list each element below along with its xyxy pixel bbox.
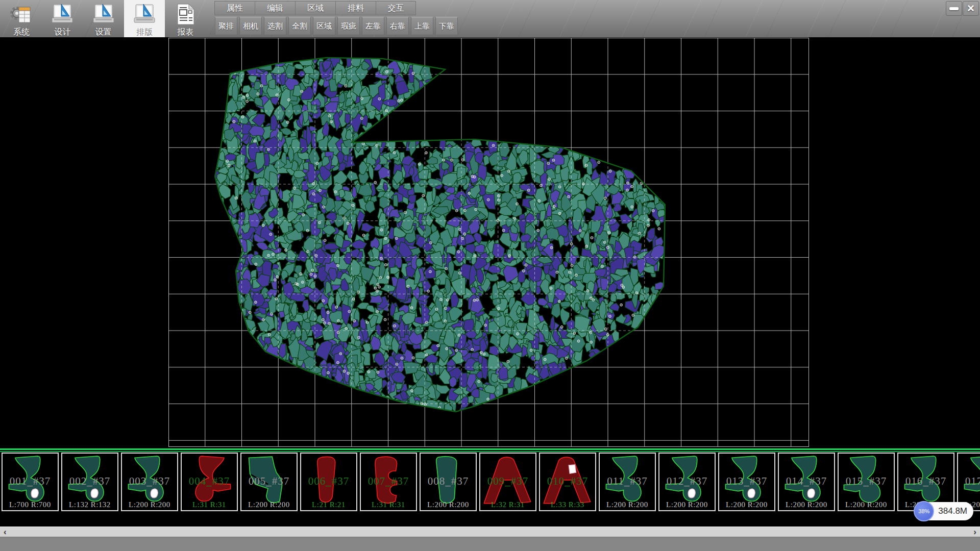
part-thumbnail-009_#37[interactable]: 009_#37L:32 R:31 bbox=[479, 453, 536, 511]
status-bar bbox=[0, 537, 980, 551]
part-shape bbox=[780, 455, 833, 509]
part-shape bbox=[362, 455, 415, 509]
app-tab-设置[interactable]: 设置 bbox=[83, 0, 124, 37]
close-icon: ✕ bbox=[967, 3, 975, 14]
part-shape bbox=[4, 455, 57, 509]
part-shape bbox=[840, 455, 893, 509]
app-tab-设计[interactable]: 设计 bbox=[42, 0, 83, 37]
strip-top-divider bbox=[0, 448, 980, 452]
part-shape bbox=[242, 455, 296, 509]
nesting-canvas[interactable] bbox=[0, 37, 980, 448]
part-thumbnail-002_#37[interactable]: 002_#37L:132 R:132 bbox=[61, 453, 118, 511]
report-doc-icon bbox=[173, 3, 198, 27]
app-tab-系统[interactable]: 系统 bbox=[1, 0, 42, 37]
menu-tab-交互[interactable]: 交互 bbox=[376, 1, 416, 15]
part-shape bbox=[660, 455, 714, 509]
part-shape bbox=[601, 455, 654, 509]
tool-button-左靠[interactable]: 左靠 bbox=[362, 17, 384, 35]
part-thumbnail-015_#37[interactable]: 015_#37L:200 R:200 bbox=[838, 453, 895, 511]
design-ruler-icon bbox=[50, 3, 75, 27]
part-thumbnail-012_#37[interactable]: 012_#37L:200 R:200 bbox=[658, 453, 716, 511]
tool-button-上靠[interactable]: 上靠 bbox=[411, 17, 433, 35]
tool-button-聚排[interactable]: 聚排 bbox=[215, 17, 237, 35]
part-shape bbox=[123, 455, 176, 509]
part-shape bbox=[541, 455, 594, 509]
app-tab-排版[interactable]: 排版 bbox=[124, 0, 165, 37]
part-thumbnail-008_#37[interactable]: 008_#37L:200 R:200 bbox=[420, 453, 477, 511]
menu-tab-排料[interactable]: 排料 bbox=[335, 1, 376, 15]
scroll-right-icon[interactable]: › bbox=[973, 527, 976, 537]
part-shape bbox=[63, 455, 116, 509]
parts-strip: 001_#37L:700 R:700002_#37L:132 R:132003_… bbox=[0, 448, 980, 514]
menu-tab-属性[interactable]: 属性 bbox=[214, 1, 255, 15]
minimize-icon bbox=[949, 7, 959, 10]
memory-value: 384.8M bbox=[938, 506, 967, 516]
close-button[interactable]: ✕ bbox=[963, 1, 979, 16]
menu-tab-bar: 属性编辑区域排料交互 bbox=[214, 1, 416, 15]
part-shape bbox=[183, 455, 236, 509]
part-thumbnail-014_#37[interactable]: 014_#37L:200 R:200 bbox=[778, 453, 835, 511]
memory-badge[interactable]: 38% 384.8M bbox=[915, 502, 973, 520]
part-thumbnail-011_#37[interactable]: 011_#37L:200 R:200 bbox=[599, 453, 656, 511]
app-tab-label: 设计 bbox=[54, 27, 70, 37]
part-shape bbox=[302, 455, 355, 509]
part-shape bbox=[720, 455, 773, 509]
scroll-left-icon[interactable]: ‹ bbox=[4, 527, 7, 537]
part-thumbnail-001_#37[interactable]: 001_#37L:700 R:700 bbox=[2, 453, 59, 511]
tool-button-区域[interactable]: 区域 bbox=[313, 17, 335, 35]
part-shape bbox=[422, 455, 475, 509]
system-gear-icon bbox=[9, 3, 34, 27]
app-tab-label: 排版 bbox=[136, 27, 153, 37]
tool-button-选割[interactable]: 选割 bbox=[264, 17, 286, 35]
tool-button-右靠[interactable]: 右靠 bbox=[386, 17, 409, 35]
tool-button-下靠[interactable]: 下靠 bbox=[435, 17, 458, 35]
settings-ruler-icon bbox=[91, 3, 116, 27]
horizontal-scrollbar[interactable]: ‹ › bbox=[0, 527, 980, 537]
app-tab-label: 系统 bbox=[13, 27, 30, 37]
menu-tab-编辑[interactable]: 编辑 bbox=[255, 1, 295, 15]
nesting-ruler-icon bbox=[132, 3, 157, 27]
part-shape bbox=[481, 455, 534, 509]
app-tab-label: 报表 bbox=[177, 27, 193, 37]
part-thumbnail-010_#37[interactable]: 010_#37L:33 R:33 bbox=[539, 453, 596, 511]
part-thumbnail-006_#37[interactable]: 006_#37L:21 R:21 bbox=[300, 453, 357, 511]
tool-button-全割[interactable]: 全割 bbox=[288, 17, 311, 35]
titlebar: 系统设计设置排版报表 属性编辑区域排料交互 聚排相机选割全割区域瑕疵左靠右靠上靠… bbox=[0, 0, 980, 37]
tool-button-row: 聚排相机选割全割区域瑕疵左靠右靠上靠下靠 bbox=[215, 17, 460, 35]
nesting-layout-svg[interactable] bbox=[168, 38, 809, 447]
part-shape bbox=[959, 455, 980, 509]
minimize-button[interactable] bbox=[946, 1, 962, 16]
app-tab-报表[interactable]: 报表 bbox=[165, 0, 206, 37]
menu-tab-区域[interactable]: 区域 bbox=[295, 1, 335, 15]
app-tab-label: 设置 bbox=[95, 27, 112, 37]
part-thumbnail-003_#37[interactable]: 003_#37L:200 R:200 bbox=[121, 453, 178, 511]
tool-button-瑕疵[interactable]: 瑕疵 bbox=[337, 17, 360, 35]
tool-button-相机[interactable]: 相机 bbox=[239, 17, 262, 35]
progress-circle: 38% bbox=[914, 501, 934, 521]
part-thumbnail-007_#37[interactable]: 007_#37L:31 R:31 bbox=[360, 453, 417, 511]
part-thumbnail-005_#37[interactable]: 005_#37L:200 R:200 bbox=[240, 453, 298, 511]
part-thumbnail-004_#37[interactable]: 004_#37L:31 R:31 bbox=[181, 453, 238, 511]
part-thumbnail-013_#37[interactable]: 013_#37L:200 R:200 bbox=[718, 453, 775, 511]
